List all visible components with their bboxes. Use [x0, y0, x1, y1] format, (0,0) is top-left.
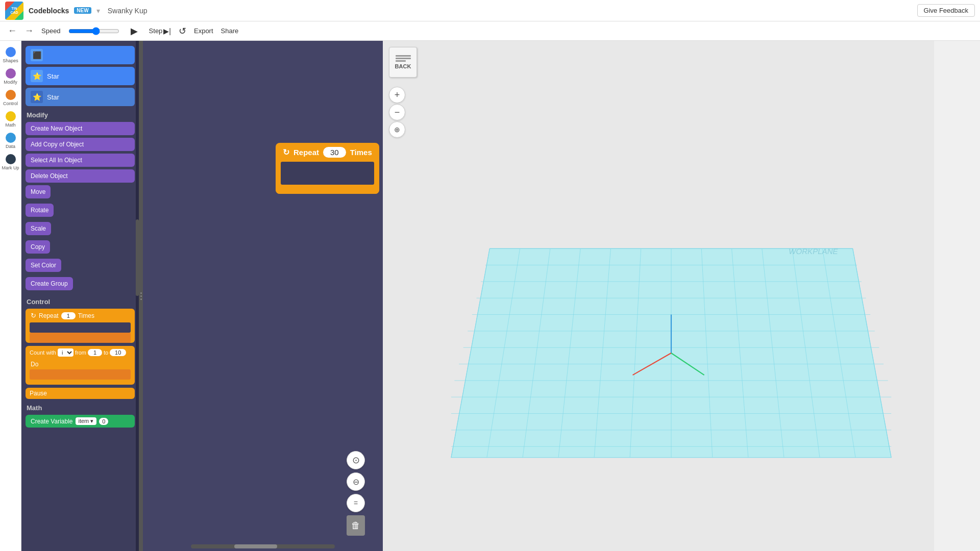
viewport[interactable]: WORKPLANE: [424, 71, 919, 536]
item-dropdown[interactable]: item ▾: [76, 417, 97, 425]
reset-button[interactable]: ↺: [179, 26, 186, 37]
forward-nav-button[interactable]: →: [24, 26, 34, 36]
from-label: from: [75, 349, 86, 356]
canvas-repeat-footer: [276, 185, 379, 194]
scale-block[interactable]: Scale: [26, 222, 51, 235]
play-button[interactable]: ▶: [127, 24, 141, 38]
new-badge: NEW: [74, 7, 91, 14]
data-icon: [6, 133, 16, 143]
count-label: Count with: [30, 349, 56, 356]
select-all-object-block[interactable]: Select All In Object: [26, 154, 135, 167]
shape-block-star-1[interactable]: ⭐ Star: [26, 67, 135, 85]
repeat-block[interactable]: ↻ Repeat Times: [26, 309, 135, 343]
count-from-input[interactable]: [88, 349, 102, 356]
zoom-out-button[interactable]: −: [389, 104, 405, 120]
pause-block[interactable]: Pause: [26, 388, 135, 399]
delete-object-block[interactable]: Delete Object: [26, 169, 135, 183]
zoom-controls: + − ⊕: [389, 87, 405, 138]
move-block[interactable]: Move: [26, 185, 51, 198]
topbar: TINCAD Codeblocks NEW ▾ Swanky Kup Give …: [0, 0, 980, 21]
sidebar-item-data[interactable]: Data: [1, 131, 21, 151]
repeat-footer-bar: [30, 333, 131, 343]
set-color-block[interactable]: Set Color: [26, 259, 61, 272]
shape-star-label-2: Star: [47, 93, 59, 101]
math-label: Math: [5, 122, 15, 128]
math-icon: [6, 111, 16, 121]
back-button[interactable]: BACK: [389, 47, 417, 78]
shape-block-star-2[interactable]: ⭐ Star: [26, 88, 135, 106]
panel-divider[interactable]: [139, 41, 143, 551]
scrollbar-thumb[interactable]: [136, 219, 139, 296]
shapes-section: ⬛ ⭐ Star ⭐ Star: [26, 46, 135, 106]
toolbar: ← → Speed ▶ Step ▶| ↺ Export Share: [0, 21, 980, 41]
home-view-button[interactable]: ⊕: [389, 121, 405, 138]
fit-button[interactable]: =: [347, 494, 365, 512]
back-nav-button[interactable]: ←: [8, 26, 17, 36]
count-row: Count with i from to: [26, 346, 135, 359]
scrollbar-track: [136, 41, 139, 551]
shape-block-partial[interactable]: ⬛: [26, 46, 135, 64]
step-button[interactable]: Step ▶|: [149, 27, 171, 35]
control-header: Control: [26, 298, 135, 306]
create-variable-label: Create Variable: [31, 418, 73, 425]
create-variable-block[interactable]: Create Variable item ▾ 0: [26, 415, 135, 428]
export-button[interactable]: Export: [194, 27, 213, 35]
repeat-value-input[interactable]: [61, 312, 76, 319]
share-button[interactable]: Share: [221, 27, 239, 35]
add-copy-object-block[interactable]: Add Copy of Object: [26, 138, 135, 151]
blocks-panel: ⬛ ⭐ Star ⭐ Star Modify Create New Object…: [21, 41, 139, 551]
shape-icon: ⬛: [31, 49, 43, 61]
count-with-block[interactable]: Count with i from to Do: [26, 346, 135, 385]
create-group-block[interactable]: Create Group: [26, 277, 73, 290]
count-to-input[interactable]: [110, 349, 126, 356]
trash-button[interactable]: 🗑: [347, 515, 365, 536]
zoom-in-button[interactable]: +: [389, 87, 405, 103]
sidebar-item-markup[interactable]: Mark Up: [1, 152, 21, 172]
repeat-icon: ↻: [31, 312, 36, 319]
times-label: Times: [78, 312, 94, 319]
shapes-icon: [6, 47, 16, 57]
canvas-h-scrollbar[interactable]: [191, 544, 335, 548]
back-lines: [396, 55, 411, 62]
count-var-select[interactable]: i: [58, 348, 74, 357]
canvas-repeat-inner: [281, 162, 374, 185]
sidebar-item-modify[interactable]: Modify: [1, 66, 21, 87]
markup-icon: [6, 154, 16, 164]
speed-label: Speed: [41, 27, 61, 35]
canvas-repeat-block[interactable]: ↻ Repeat 30 Times: [276, 143, 379, 194]
item-value: 0: [99, 418, 108, 425]
canvas-repeat-times: Times: [350, 148, 372, 157]
math-header: Math: [26, 404, 135, 412]
zoom-in-canvas-button[interactable]: ⊖: [347, 472, 365, 491]
give-feedback-button[interactable]: Give Feedback: [917, 4, 975, 17]
sidebar-item-math[interactable]: Math: [1, 109, 21, 130]
sidebar-item-control[interactable]: Control: [1, 88, 21, 108]
canvas-repeat-label: Repeat: [293, 148, 319, 157]
repeat-label: Repeat: [39, 312, 59, 319]
create-new-object-block[interactable]: Create New Object: [26, 122, 135, 135]
star-icon-1: ⭐: [31, 70, 43, 82]
copy-block[interactable]: Copy: [26, 240, 50, 254]
data-label: Data: [6, 144, 15, 149]
canvas-h-scrollbar-thumb[interactable]: [234, 544, 278, 548]
speed-slider[interactable]: [68, 27, 119, 35]
divider-dots: [140, 292, 142, 300]
rotate-3d-button[interactable]: ⊙: [347, 451, 365, 469]
count-footer: [26, 382, 135, 385]
chevron-icon[interactable]: ▾: [96, 7, 100, 15]
main-area: Shapes Modify Control Math Data Mark Up: [0, 41, 980, 551]
modify-label: Modify: [4, 80, 17, 85]
canvas-area[interactable]: ↻ Repeat 30 Times ⊙ ⊖ = 🗑: [143, 41, 383, 551]
project-name[interactable]: Swanky Kup: [108, 7, 148, 15]
to-label: to: [104, 349, 108, 356]
canvas-repeat-value[interactable]: 30: [323, 147, 346, 158]
canvas-tools: ⊙ ⊖ = 🗑: [347, 451, 365, 536]
repeat-body: [30, 322, 131, 333]
modify-section: Modify Create New Object Add Copy of Obj…: [26, 111, 135, 293]
shape-star-label-1: Star: [47, 72, 59, 80]
sidebar-item-shapes[interactable]: Shapes: [1, 45, 21, 65]
repeat-header: ↻ Repeat Times: [26, 309, 135, 322]
rotate-block[interactable]: Rotate: [26, 204, 54, 217]
svg-text:WORKPLANE: WORKPLANE: [788, 247, 839, 256]
canvas-repeat-icon: ↻: [283, 147, 289, 157]
